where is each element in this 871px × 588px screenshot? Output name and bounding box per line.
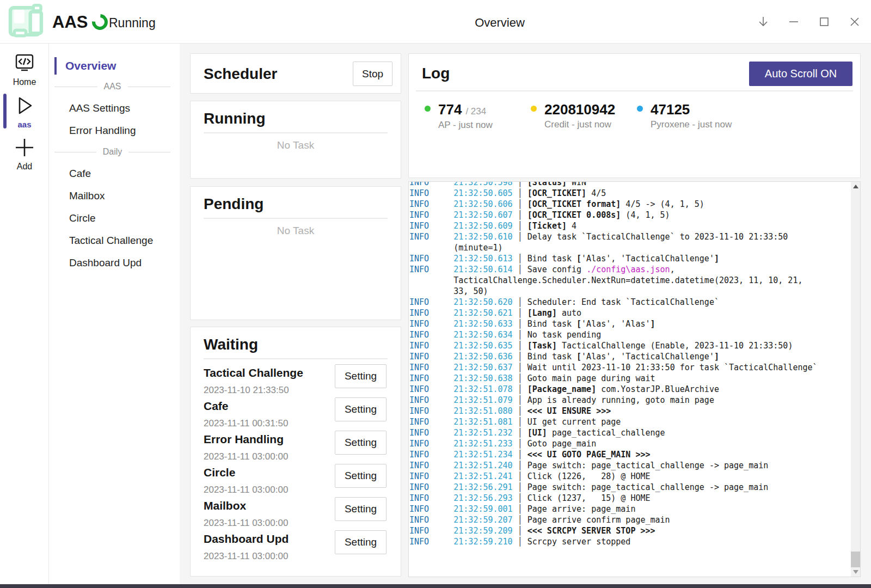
log-row: INFO 21:32:51.232 │ [UI] page_tactical_c…: [409, 427, 850, 438]
menu-item-overview[interactable]: Overview: [49, 56, 180, 76]
waiting-card: Waiting Tactical Challenge2023-11-10 21:…: [190, 327, 401, 577]
log-level: INFO: [409, 384, 453, 394]
log-segment: Page arrive: page_main: [527, 504, 636, 514]
log-row: INFO 21:32:50.609 │ [Ticket] 4: [409, 220, 850, 231]
menu-divider-aas: AAS: [49, 76, 180, 97]
log-segment: [: [576, 352, 581, 362]
log-time: 21:32:56.291: [453, 482, 512, 492]
stop-button[interactable]: Stop: [353, 62, 392, 86]
log-level: INFO: [409, 265, 453, 274]
close-button[interactable]: [848, 10, 861, 34]
log-segment: [Status]: [527, 181, 567, 187]
home-icon: [13, 53, 36, 74]
log-segment: 33, 50): [453, 286, 488, 296]
log-level: INFO: [409, 526, 453, 536]
log-scrollbar[interactable]: [851, 182, 860, 577]
waiting-task: Tactical Challenge2023-11-10 21:33:50Set…: [204, 359, 388, 393]
nav-item-aas[interactable]: aas: [0, 95, 49, 129]
log-segment: (4, 1, 5): [621, 210, 670, 220]
scroll-up-icon[interactable]: [851, 182, 860, 191]
log-segment: [Ticket]: [527, 221, 567, 231]
log-time: 21:32:50.606: [453, 199, 512, 209]
menu-item-dashboard-upd[interactable]: Dashboard Upd: [49, 252, 180, 274]
log-segment: page_tactical_challenge: [547, 428, 665, 438]
log-time: 21:32:59.210: [453, 537, 512, 547]
side-menu: OverviewAASAAS SettingsError HandlingDai…: [49, 44, 180, 584]
log-level: INFO: [409, 199, 453, 209]
log-time: 21:32:51.080: [453, 406, 512, 416]
log-time: 21:32:51.240: [453, 461, 512, 470]
log-segment: [UI]: [527, 428, 547, 438]
menu-item-cafe[interactable]: Cafe: [49, 162, 180, 185]
log-level: INFO: [409, 181, 453, 187]
log-time: 21:32:59.209: [453, 526, 512, 536]
log-time: 21:32:50.620: [453, 297, 512, 307]
log-segment: [OCR_TICKET 0.008s]: [527, 210, 621, 220]
menu-item-mailbox[interactable]: Mailbox: [49, 185, 180, 207]
waiting-task: Error Handling2023-11-11 03:00:00Setting: [204, 426, 388, 459]
page-title: Overview: [475, 16, 525, 30]
log-level: INFO: [409, 297, 453, 307]
log-row: INFO 21:32:51.233 │ Goto page_main: [409, 438, 850, 449]
log-segment: Goto page_main: [527, 439, 596, 449]
log-row: INFO 21:32:59.207 │ Page arrive confirm …: [409, 514, 850, 525]
setting-button[interactable]: Setting: [335, 497, 387, 521]
log-level: INFO: [409, 439, 453, 449]
menu-item-error-handling[interactable]: Error Handling: [49, 119, 180, 142]
minimize-button[interactable]: [787, 10, 800, 34]
nav-label-aas: aas: [0, 120, 49, 129]
log-segment: Scheduler: End task `TacticalChallenge`: [527, 297, 719, 307]
log-segment: Scrcpy server stopped: [527, 537, 631, 547]
log-level: INFO: [409, 537, 453, 547]
setting-button[interactable]: Setting: [335, 397, 387, 421]
scroll-down-icon[interactable]: [851, 567, 860, 577]
log-level: INFO: [409, 210, 453, 220]
log-segment: 'Alas', 'Alas': [581, 319, 650, 329]
stat-value: 774: [438, 102, 462, 117]
scrollbar-thumb[interactable]: [851, 552, 860, 567]
log-level: INFO: [409, 504, 453, 514]
log-row: INFO 21:32:51.241 │ Click (1226, 28) @ H…: [409, 471, 850, 482]
maximize-button[interactable]: [818, 10, 831, 34]
menu-item-label: Mailbox: [69, 190, 105, 202]
setting-button[interactable]: Setting: [335, 431, 387, 455]
waiting-title: Waiting: [204, 335, 388, 354]
log-card: Log Auto Scroll ON 774/ 234AP - just now…: [408, 53, 861, 178]
log-time: 21:32:50.609: [453, 221, 512, 231]
log-row: INFO 21:32:59.210 │ Scrcpy server stoppe…: [409, 536, 850, 547]
log-output[interactable]: INFO 21:32:50.598 │ [Status] WININFO 21:…: [408, 181, 861, 577]
log-segment: com.YostarJP.BlueArchive: [596, 384, 719, 394]
log-segment: [: [576, 254, 581, 264]
setting-button[interactable]: Setting: [335, 464, 387, 488]
nav-item-home[interactable]: Home: [0, 53, 49, 87]
download-button[interactable]: [757, 10, 770, 34]
log-segment: 4: [567, 221, 576, 231]
menu-item-label: Circle: [69, 212, 96, 224]
log-level: INFO: [409, 471, 453, 481]
auto-scroll-button[interactable]: Auto Scroll ON: [749, 62, 852, 86]
menu-item-tactical-challenge[interactable]: Tactical Challenge: [49, 229, 180, 252]
log-stat: 220810942Credit - just now: [531, 102, 637, 131]
log-segment: Save config: [527, 265, 586, 274]
menu-item-label: Tactical Challenge: [69, 235, 153, 247]
menu-item-circle[interactable]: Circle: [49, 207, 180, 229]
log-stat: 47125Pyroxene - just now: [637, 102, 743, 131]
log-segment: Page arrive confirm page_main: [527, 515, 670, 525]
setting-button[interactable]: Setting: [335, 364, 387, 388]
menu-divider-label: AAS: [97, 82, 128, 91]
menu-item-label: AAS Settings: [69, 102, 130, 114]
log-level: INFO: [409, 482, 453, 492]
log-segment: WIN: [567, 181, 586, 187]
app-logo-icon: [4, 2, 47, 41]
nav-item-add[interactable]: Add: [0, 137, 49, 171]
log-time: 21:32:51.241: [453, 471, 512, 481]
stat-label: Credit - just now: [544, 119, 615, 130]
setting-button[interactable]: Setting: [335, 530, 387, 554]
log-segment: ]: [714, 254, 719, 264]
menu-item-label: Cafe: [69, 168, 91, 180]
running-card: Running No Task: [190, 101, 401, 179]
window-bottom-edge: [0, 584, 871, 588]
menu-item-aas-settings[interactable]: AAS Settings: [49, 97, 180, 119]
log-time: 21:32:50.613: [453, 254, 512, 264]
log-time: 21:32:50.621: [453, 308, 512, 318]
